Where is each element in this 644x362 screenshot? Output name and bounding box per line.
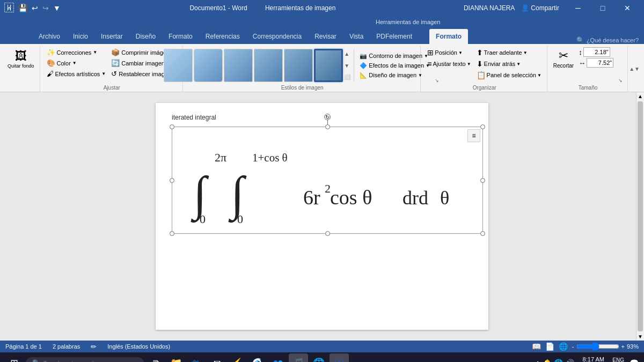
efectos-icon: 🖌 — [47, 70, 54, 78]
title-bar-right: DIANNA NAJERA 👤 Compartir ─ □ ✕ — [464, 0, 640, 16]
herramientas-label: Herramientas de imagen — [265, 4, 335, 12]
posicion-button[interactable]: ⊞ Posición ▼ — [425, 47, 473, 58]
user-name: DIANNA NAJERA — [464, 4, 515, 12]
start-button[interactable]: ⊞ — [4, 353, 24, 362]
quitar-fondo-group: 🖼 Quitar fondo — [2, 46, 40, 92]
tab-archivo[interactable]: Archivo — [32, 29, 67, 44]
store-icon[interactable]: 🛍 — [187, 353, 206, 362]
img-style-3[interactable] — [224, 49, 253, 82]
ribbon-scroll-down[interactable]: ▼ — [634, 66, 640, 72]
tab-formato-img[interactable]: Formato — [429, 29, 468, 44]
share-button[interactable]: 👤 Compartir — [521, 4, 559, 12]
img-style-1[interactable] — [164, 49, 193, 82]
search-icon: 🔍 — [576, 36, 584, 44]
tab-vista[interactable]: Vista — [343, 29, 370, 44]
ribbon-scroll-up[interactable]: ▲ — [629, 66, 634, 72]
estilos-group: ▲ ▼ ⬜ 📷 Contorno de imagen ▼ 🔷 Efectos d… — [184, 46, 421, 92]
rotate-handle[interactable]: ↻ — [324, 114, 331, 120]
dropdown-qa-btn[interactable]: ▼ — [52, 3, 62, 13]
formula-svg: ∫ 2π 0 ∫ 1+cos θ 0 6r 2 cos θ drd — [177, 129, 478, 231]
layout-options-icon[interactable]: ≡ — [467, 129, 480, 142]
img-style-5[interactable] — [284, 49, 313, 82]
ajustar-texto-label: Ajustar texto — [433, 61, 466, 67]
math-formula: ∫ 2π 0 ∫ 1+cos θ 0 6r 2 cos θ drd — [172, 127, 482, 233]
tab-revisar[interactable]: Revisar — [308, 29, 343, 44]
height-input[interactable] — [583, 47, 610, 57]
width-input[interactable] — [587, 58, 613, 68]
undo-qa-btn[interactable]: ↩ — [31, 3, 39, 13]
traer-adelante-button[interactable]: ⬆ Traer adelante ▼ — [474, 47, 544, 58]
chevron-up-icon[interactable]: ∧ — [535, 359, 540, 362]
read-mode-icon[interactable]: 📖 — [532, 342, 541, 351]
efectos-button[interactable]: 🖌 Efectos artísticos ▼ — [45, 69, 108, 79]
tab-insertar[interactable]: Insertar — [94, 29, 129, 44]
styles-scroll-down[interactable]: ▼ — [344, 63, 350, 69]
strike-icon[interactable]: ⚡ — [228, 353, 247, 362]
quitar-fondo-button[interactable]: 🖼 Quitar fondo — [5, 48, 36, 70]
chrome-icon[interactable]: 🌐 — [309, 353, 328, 362]
svg-text:6r: 6r — [303, 186, 320, 209]
ajustar-texto-button[interactable]: ≡ Ajustar texto ▼ — [425, 58, 473, 69]
taskbar-search[interactable]: 🔍 — [26, 357, 144, 362]
zoom-minus-btn[interactable]: - — [572, 343, 574, 350]
notifications-icon[interactable]: 🔔 — [543, 359, 552, 362]
tamano-expand-icon[interactable]: ↘ — [617, 77, 624, 84]
img-style-4[interactable] — [254, 49, 283, 82]
width-icon: ↔ — [579, 59, 586, 67]
spotify-icon[interactable]: 🎵 — [289, 353, 308, 362]
document-page: iterated integral ↻ ∫ 2π — [156, 103, 488, 330]
taskbar: ⊞ 🔍 ⧉ 📁 🛍 ✉ ⚡ 🌊 👥 🎵 🌐 — [0, 352, 644, 362]
tab-formato[interactable]: Formato — [162, 29, 199, 44]
ajustar-texto-icon: ≡ — [427, 60, 431, 68]
correcciones-button[interactable]: ✨ Correcciones ▼ — [45, 47, 108, 57]
file-explorer-icon[interactable]: 📁 — [166, 353, 186, 362]
mail-icon[interactable]: ✉ — [207, 353, 226, 362]
styles-scroll-up[interactable]: ▲ — [344, 51, 350, 57]
volume-icon[interactable]: 🔊 — [565, 359, 574, 362]
tab-diseno[interactable]: Diseño — [129, 29, 162, 44]
minimize-button[interactable]: ─ — [566, 0, 590, 16]
lang-code: ENG — [612, 357, 624, 362]
panel-seleccion-button[interactable]: 📋 Panel de selección ▼ — [474, 70, 544, 80]
search-input[interactable] — [43, 360, 129, 362]
maximize-button[interactable]: □ — [590, 0, 615, 16]
img-style-2[interactable] — [194, 49, 223, 82]
tab-inicio[interactable]: Inicio — [67, 29, 94, 44]
save-qa-btn[interactable]: 💾 — [17, 3, 28, 13]
redo-qa-btn[interactable]: ↪ — [41, 3, 50, 13]
styles-expand[interactable]: ⬜ — [344, 74, 350, 80]
close-button[interactable]: ✕ — [615, 0, 640, 16]
search-what-label[interactable]: ¿Qué desea hacer? — [587, 37, 639, 43]
svg-text:0: 0 — [200, 212, 206, 226]
contorno-button[interactable]: 📷 Contorno de imagen ▼ — [357, 51, 432, 61]
tab-correspondencia[interactable]: Correspondencia — [246, 29, 308, 44]
print-layout-icon[interactable]: 📄 — [545, 342, 554, 351]
diseno-img-button[interactable]: 📐 Diseño de imagen ▼ — [357, 71, 432, 80]
color-button[interactable]: 🎨 Color ▼ — [45, 58, 108, 68]
efectos-img-icon: 🔷 — [360, 62, 367, 69]
word-taskbar-icon[interactable]: W — [330, 353, 349, 362]
posicion-arrow: ▼ — [458, 50, 463, 55]
traer-label: Traer adelante — [484, 49, 522, 56]
image-selection-box[interactable]: ↻ ∫ 2π 0 ∫ — [172, 127, 483, 234]
efectos-img-button[interactable]: 🔷 Efectos de la imagen ▼ — [357, 61, 432, 70]
zoom-plus-btn[interactable]: + — [621, 343, 625, 350]
height-row: ↕ — [579, 47, 613, 57]
word-count: 2 palabras — [53, 343, 80, 350]
tab-referencias[interactable]: Referencias — [199, 29, 246, 44]
edge-icon[interactable]: 🌊 — [248, 353, 267, 362]
img-style-6[interactable] — [314, 49, 343, 82]
teams-icon[interactable]: 👥 — [268, 353, 288, 362]
tab-pdfelement[interactable]: PDFelement — [370, 29, 419, 44]
zoom-slider[interactable] — [576, 342, 619, 351]
tamano-group: ✂ Recortar ↕ ↔ ↘ Tamaño — [548, 46, 628, 92]
task-view-icon[interactable]: ⧉ — [146, 353, 165, 362]
web-layout-icon[interactable]: 🌐 — [559, 342, 568, 351]
clock[interactable]: 8:17 AM 12/16/2020 — [579, 356, 608, 362]
network-icon[interactable]: 🌐 — [554, 359, 563, 362]
scrollbar-vertical[interactable]: ▲ ▼ — [636, 92, 644, 341]
enviar-atras-button[interactable]: ⬇ Enviar atrás ▼ — [474, 58, 544, 69]
recortar-button[interactable]: ✂ Recortar — [552, 47, 575, 70]
efectos-label: Efectos artísticos — [55, 71, 100, 77]
notification-button[interactable]: 💬 — [628, 358, 640, 362]
